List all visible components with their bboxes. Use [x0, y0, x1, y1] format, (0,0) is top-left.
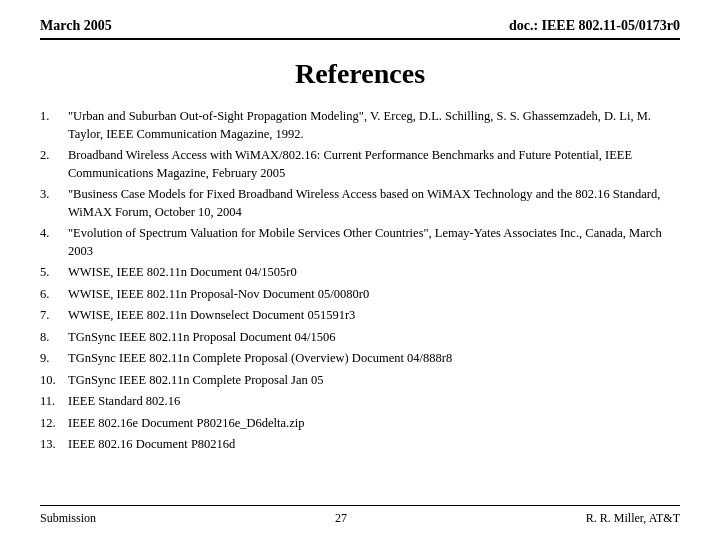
ref-text: "Evolution of Spectrum Valuation for Mob… [68, 225, 680, 260]
ref-text: "Business Case Models for Fixed Broadban… [68, 186, 680, 221]
ref-number: 3. [40, 186, 68, 221]
list-item: 6.WWISE, IEEE 802.11n Proposal-Nov Docum… [40, 286, 680, 304]
ref-text: TGnSync IEEE 802.11n Complete Proposal J… [68, 372, 680, 390]
ref-text: Broadband Wireless Access with WiMAX/802… [68, 147, 680, 182]
ref-text: TGnSync IEEE 802.11n Complete Proposal (… [68, 350, 680, 368]
list-item: 13.IEEE 802.16 Document P80216d [40, 436, 680, 454]
ref-number: 8. [40, 329, 68, 347]
ref-number: 11. [40, 393, 68, 411]
ref-number: 2. [40, 147, 68, 182]
ref-number: 7. [40, 307, 68, 325]
ref-number: 4. [40, 225, 68, 260]
list-item: 11.IEEE Standard 802.16 [40, 393, 680, 411]
header-date: March 2005 [40, 18, 112, 34]
ref-text: WWISE, IEEE 802.11n Proposal-Nov Documen… [68, 286, 680, 304]
ref-text: "Urban and Suburban Out-of-Sight Propaga… [68, 108, 680, 143]
footer: Submission 27 R. R. Miller, AT&T [40, 505, 680, 526]
ref-text: WWISE, IEEE 802.11n Document 04/1505r0 [68, 264, 680, 282]
list-item: 1."Urban and Suburban Out-of-Sight Propa… [40, 108, 680, 143]
ref-text: IEEE 802.16e Document P80216e_D6delta.zi… [68, 415, 680, 433]
list-item: 3."Business Case Models for Fixed Broadb… [40, 186, 680, 221]
ref-number: 1. [40, 108, 68, 143]
list-item: 12.IEEE 802.16e Document P80216e_D6delta… [40, 415, 680, 433]
ref-text: IEEE Standard 802.16 [68, 393, 680, 411]
footer-left: Submission [40, 511, 96, 526]
list-item: 7.WWISE, IEEE 802.11n Downselect Documen… [40, 307, 680, 325]
title-section: References [40, 58, 680, 90]
footer-right: R. R. Miller, AT&T [586, 511, 680, 526]
ref-number: 6. [40, 286, 68, 304]
list-item: 9.TGnSync IEEE 802.11n Complete Proposal… [40, 350, 680, 368]
list-item: 2.Broadband Wireless Access with WiMAX/8… [40, 147, 680, 182]
references-list: 1."Urban and Suburban Out-of-Sight Propa… [40, 108, 680, 497]
list-item: 4."Evolution of Spectrum Valuation for M… [40, 225, 680, 260]
ref-number: 12. [40, 415, 68, 433]
ref-number: 13. [40, 436, 68, 454]
ref-text: TGnSync IEEE 802.11n Proposal Document 0… [68, 329, 680, 347]
ref-text: WWISE, IEEE 802.11n Downselect Document … [68, 307, 680, 325]
list-item: 8.TGnSync IEEE 802.11n Proposal Document… [40, 329, 680, 347]
list-item: 5.WWISE, IEEE 802.11n Document 04/1505r0 [40, 264, 680, 282]
ref-number: 5. [40, 264, 68, 282]
ref-number: 10. [40, 372, 68, 390]
page-title: References [40, 58, 680, 90]
page: March 2005 doc.: IEEE 802.11-05/0173r0 R… [0, 0, 720, 540]
header: March 2005 doc.: IEEE 802.11-05/0173r0 [40, 18, 680, 40]
ref-text: IEEE 802.16 Document P80216d [68, 436, 680, 454]
ref-number: 9. [40, 350, 68, 368]
footer-center: 27 [335, 511, 347, 526]
header-doc: doc.: IEEE 802.11-05/0173r0 [509, 18, 680, 34]
list-item: 10.TGnSync IEEE 802.11n Complete Proposa… [40, 372, 680, 390]
